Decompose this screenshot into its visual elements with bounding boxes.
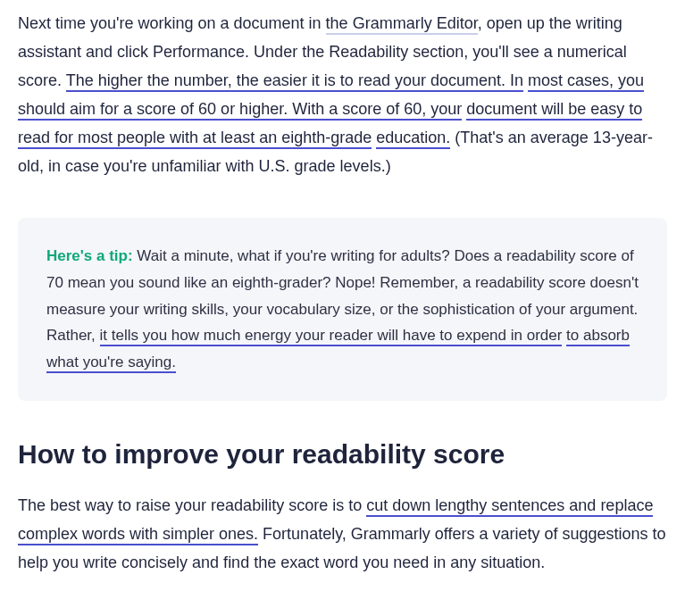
highlight: cut down lengthy sentences and: [366, 496, 600, 517]
text: Next time you're working on a document i…: [18, 14, 326, 32]
grammarly-editor-link[interactable]: the Grammarly Editor: [326, 14, 478, 35]
text: The best way to raise your readability s…: [18, 496, 366, 514]
highlight: it tells you how much energy your reader…: [100, 327, 563, 346]
highlight: The higher the number, the easier it is …: [66, 71, 523, 92]
intro-paragraph: Next time you're working on a document i…: [18, 9, 667, 180]
tip-callout: Here's a tip: Wait a minute, what if you…: [18, 218, 667, 401]
improve-paragraph: The best way to raise your readability s…: [18, 491, 667, 577]
highlight: education.: [376, 129, 450, 149]
tip-label: Here's a tip:: [46, 247, 133, 264]
section-heading: How to improve your readability score: [18, 437, 667, 471]
